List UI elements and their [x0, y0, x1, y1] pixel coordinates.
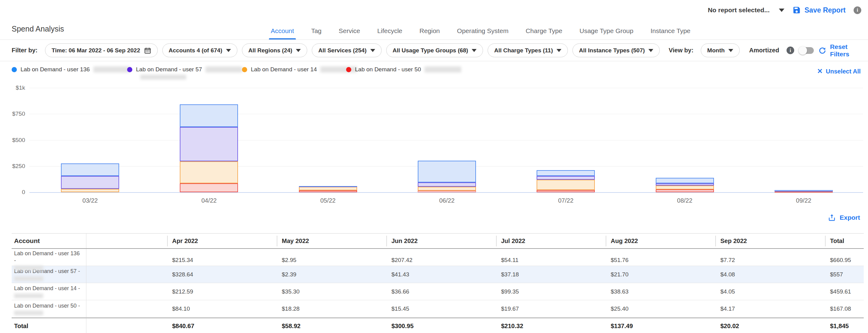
table-row[interactable]: Lab on Demand - user 14 -$212.59$35.30$3… — [12, 283, 864, 300]
bar-segment-lab-on-demand-user-57-04-22[interactable] — [180, 127, 238, 161]
total-value-cell-aug-2022: $137.49 — [606, 323, 715, 330]
legend-item-lab-on-demand-user-57[interactable]: Lab on Demand - user 57 — [127, 66, 242, 73]
view-by-dropdown[interactable]: Month — [701, 43, 740, 57]
legend-dot-icon — [346, 67, 351, 72]
column-header-jul-2022[interactable]: Jul 2022 — [496, 236, 606, 246]
instance-types-filter[interactable]: All Instance Types (507) — [572, 43, 660, 57]
bar-segment-lab-on-demand-user-136-06-22[interactable] — [418, 161, 476, 182]
x-axis-tick: 08/22 — [660, 197, 709, 204]
tab-lifecycle[interactable]: Lifecycle — [375, 22, 404, 40]
services-filter[interactable]: All Services (254) — [312, 43, 381, 57]
column-header-apr-2022[interactable]: Apr 2022 — [167, 236, 277, 246]
bar-segment-lab-on-demand-user-136-07-22[interactable] — [537, 170, 595, 176]
bar-segment-lab-on-demand-user-14-06-22[interactable] — [418, 187, 476, 191]
bar-segment-lab-on-demand-user-14-08-22[interactable] — [656, 186, 714, 190]
export-button[interactable]: Export — [828, 213, 860, 222]
reset-filters-label: Reset Filters — [830, 43, 861, 58]
regions-filter[interactable]: All Regions (24) — [242, 43, 308, 57]
info-icon[interactable]: i — [854, 6, 861, 14]
tab-instance-type[interactable]: Instance Type — [649, 22, 692, 40]
total-value-cell-sep-2022: $20.02 — [715, 323, 825, 330]
column-header-label: May 2022 — [277, 236, 309, 246]
bar-segment-lab-on-demand-user-14-07-22[interactable] — [537, 180, 595, 190]
instance-types-filter-label: All Instance Types (507) — [579, 47, 645, 54]
legend-item-lab-on-demand-user-14[interactable]: Lab on Demand - user 14 — [242, 66, 357, 73]
filter-bar: Filter by: Time: 06 Mar 2022 - 06 Sep 20… — [0, 40, 868, 61]
column-header-label: Apr 2022 — [167, 236, 198, 246]
reset-filters-button[interactable]: Reset Filters — [818, 43, 861, 58]
y-axis-tick: 0 — [0, 189, 25, 196]
value-cell-jun-2022: $41.43 — [386, 271, 496, 278]
y-axis-tick: $250 — [0, 163, 25, 170]
save-report-button[interactable]: Save Report — [792, 6, 846, 14]
bar-segment-lab-on-demand-user-57-07-22[interactable] — [537, 176, 595, 180]
unselect-all-button[interactable]: ✕ Unselect All — [817, 67, 861, 75]
table-row[interactable]: Lab on Demand - user 57 -$328.64$2.39$41… — [12, 266, 864, 283]
accounts-filter[interactable]: Accounts 4 (of 674) — [162, 43, 237, 57]
bar-segment-lab-on-demand-user-57-09-22[interactable] — [775, 191, 833, 192]
time-filter-label: Time: 06 Mar 2022 - 06 Sep 2022 — [52, 47, 140, 54]
legend-item-lab-on-demand-user-50[interactable]: Lab on Demand - user 50 — [346, 66, 461, 73]
bar-segment-lab-on-demand-user-50-07-22[interactable] — [537, 190, 595, 192]
charge-types-filter[interactable]: All Charge Types (11) — [488, 43, 568, 57]
tab-region[interactable]: Region — [417, 22, 442, 40]
column-header-jun-2022[interactable]: Jun 2022 — [386, 236, 496, 246]
tab-usage-type-group[interactable]: Usage Type Group — [578, 22, 635, 40]
bar-segment-lab-on-demand-user-50-05-22[interactable] — [299, 190, 357, 192]
bar-segment-lab-on-demand-user-57-06-22[interactable] — [418, 182, 476, 187]
usage-type-groups-filter[interactable]: All Usage Type Groups (68) — [386, 43, 483, 57]
column-header-total[interactable]: Total — [825, 236, 864, 246]
bar-segment-lab-on-demand-user-50-04-22[interactable] — [180, 183, 238, 192]
bar-segment-lab-on-demand-user-14-04-22[interactable] — [180, 161, 238, 183]
tab-operating-system[interactable]: Operating System — [455, 22, 510, 40]
tab-charge-type[interactable]: Charge Type — [524, 22, 564, 40]
bar-segment-lab-on-demand-user-136-05-22[interactable] — [299, 186, 357, 187]
toggle-knob — [799, 46, 807, 55]
column-header-label: Jun 2022 — [386, 236, 418, 246]
page-title: Spend Analysis — [12, 25, 64, 33]
column-header-account[interactable]: Account — [12, 234, 86, 248]
tab-account[interactable]: Account — [269, 22, 296, 40]
bar-segment-lab-on-demand-user-57-08-22[interactable] — [656, 183, 714, 186]
value-cell-aug-2022: $25.40 — [606, 305, 715, 312]
value-cell-total: $167.08 — [825, 305, 864, 312]
table-row[interactable]: Lab on Demand - user 136 -$215.34$2.95$2… — [12, 249, 864, 266]
caret-down-icon — [728, 49, 733, 52]
column-header-may-2022[interactable]: May 2022 — [277, 236, 386, 246]
account-name: Lab on Demand - user 50 - — [14, 302, 83, 309]
bar-segment-lab-on-demand-user-14-03-22[interactable] — [61, 189, 119, 192]
tab-tag[interactable]: Tag — [309, 22, 323, 40]
value-cell-apr-2022: $328.64 — [167, 271, 277, 278]
filter-by-label: Filter by: — [12, 47, 37, 54]
bar-segment-lab-on-demand-user-136-09-22[interactable] — [775, 190, 833, 191]
bar-segment-lab-on-demand-user-14-05-22[interactable] — [299, 187, 357, 190]
bar-segment-lab-on-demand-user-50-06-22[interactable] — [418, 191, 476, 192]
tab-bar: AccountTagServiceLifecycleRegionOperatin… — [269, 22, 692, 40]
report-selector-dropdown[interactable]: No report selected... — [708, 6, 784, 14]
top-bar: No report selected... Save Report i — [708, 3, 861, 17]
value-cell-total: $557 — [825, 271, 864, 278]
value-cell-aug-2022: $21.70 — [606, 271, 715, 278]
x-axis-tick: 09/22 — [779, 197, 828, 204]
legend-dot-icon — [127, 67, 132, 72]
amortized-info-icon[interactable]: i — [786, 46, 794, 54]
bar-segment-lab-on-demand-user-136-03-22[interactable] — [61, 163, 119, 176]
column-header-label: Sep 2022 — [715, 236, 747, 246]
bar-segment-lab-on-demand-user-50-08-22[interactable] — [656, 190, 714, 192]
table-row[interactable]: Lab on Demand - user 50 -$84.10$18.28$15… — [12, 300, 864, 318]
legend-item-lab-on-demand-user-136[interactable]: Lab on Demand - user 136 — [12, 66, 130, 73]
value-cell-may-2022: $35.30 — [277, 288, 386, 295]
value-cell-sep-2022: $7.72 — [715, 257, 825, 264]
time-filter[interactable]: Time: 06 Mar 2022 - 06 Sep 2022 — [45, 43, 157, 57]
accounts-filter-label: Accounts 4 (of 674) — [169, 47, 222, 54]
tab-service[interactable]: Service — [337, 22, 362, 40]
bar-segment-lab-on-demand-user-136-08-22[interactable] — [656, 178, 714, 183]
amortized-toggle[interactable] — [800, 47, 814, 54]
bar-segment-lab-on-demand-user-136-04-22[interactable] — [180, 104, 238, 127]
column-header-sep-2022[interactable]: Sep 2022 — [715, 236, 825, 246]
column-header-aug-2022[interactable]: Aug 2022 — [606, 236, 715, 246]
bar-segment-lab-on-demand-user-57-03-22[interactable] — [61, 176, 119, 189]
save-report-label: Save Report — [805, 6, 846, 14]
column-header-label: Total — [825, 236, 844, 246]
total-label-cell: Total — [12, 318, 86, 333]
